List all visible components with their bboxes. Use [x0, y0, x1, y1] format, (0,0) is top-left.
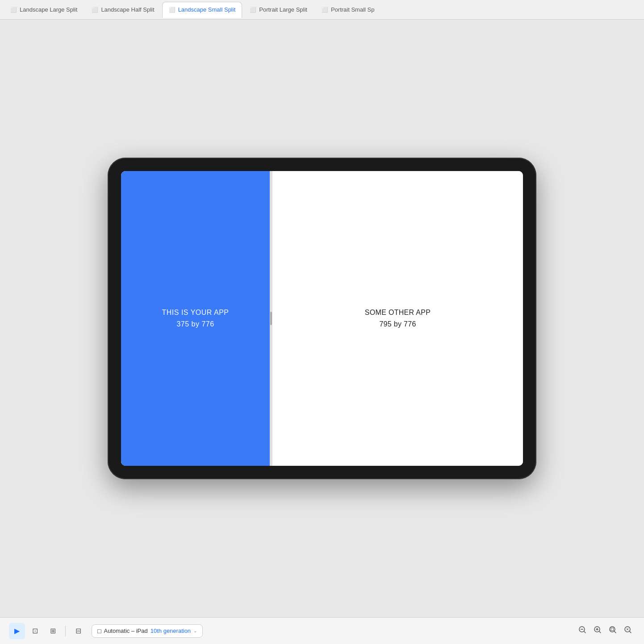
tab-icon-landscape-half-split: ⬜ — [92, 7, 98, 13]
other-app-line1: SOME OTHER APP — [365, 307, 431, 318]
zoom-out-icon — [578, 626, 586, 636]
zoom-controls — [575, 624, 635, 638]
zoom-actual-button[interactable] — [621, 624, 635, 638]
tab-label-landscape-large-split: Landscape Large Split — [20, 6, 77, 13]
tab-portrait-large-split[interactable]: ⬜ Portrait Large Split — [243, 2, 314, 18]
main-content: THIS IS YOUR APP 375 by 776 SOME OTHER A… — [0, 20, 644, 617]
svg-line-2 — [584, 631, 585, 633]
play-button[interactable]: ▶ — [9, 623, 25, 639]
zoom-out-button[interactable] — [575, 624, 590, 638]
device-icon: □ — [97, 627, 101, 635]
inspect-icon: ⊡ — [32, 627, 38, 635]
tab-icon-landscape-small-split: ⬜ — [169, 7, 176, 13]
device-name: Automatic – iPad — [104, 627, 147, 634]
tab-landscape-large-split[interactable]: ⬜ Landscape Large Split — [4, 2, 84, 18]
tab-icon-portrait-large-split: ⬜ — [250, 7, 256, 13]
zoom-in-icon — [594, 626, 602, 636]
tab-label-landscape-small-split: Landscape Small Split — [178, 6, 236, 13]
bottom-toolbar: ▶ ⊡ ⊞ ⊟ □ Automatic – iPad 10th generati… — [0, 617, 644, 644]
tab-label-portrait-small-split: Portrait Small Sp — [331, 6, 375, 13]
ipad-screen: THIS IS YOUR APP 375 by 776 SOME OTHER A… — [121, 171, 523, 466]
svg-line-8 — [615, 631, 616, 633]
svg-line-6 — [599, 631, 601, 633]
your-app-label: THIS IS YOUR APP 375 by 776 — [162, 307, 229, 330]
zoom-fit-button[interactable] — [606, 624, 620, 638]
tab-landscape-small-split[interactable]: ⬜ Landscape Small Split — [162, 2, 243, 18]
svg-rect-9 — [611, 628, 614, 631]
svg-point-7 — [610, 627, 615, 632]
svg-line-11 — [630, 631, 631, 633]
your-app-line1: THIS IS YOUR APP — [162, 307, 229, 318]
zoom-actual-icon — [624, 626, 632, 636]
tab-portrait-small-split[interactable]: ⬜ Portrait Small Sp — [315, 2, 381, 18]
tab-icon-landscape-large-split: ⬜ — [10, 7, 17, 13]
component-button[interactable]: ⊟ — [70, 623, 86, 639]
other-app-line2: 795 by 776 — [365, 318, 431, 330]
grid-button[interactable]: ⊞ — [45, 623, 61, 639]
ipad-device: THIS IS YOUR APP 375 by 776 SOME OTHER A… — [108, 158, 536, 479]
other-app-label: SOME OTHER APP 795 by 776 — [365, 307, 431, 330]
zoom-fit-icon — [609, 626, 617, 636]
grid-icon: ⊞ — [50, 627, 56, 635]
your-app-panel: THIS IS YOUR APP 375 by 776 — [121, 171, 270, 466]
device-selector[interactable]: □ Automatic – iPad 10th generation ⌄ — [92, 624, 203, 638]
tab-label-portrait-large-split: Portrait Large Split — [259, 6, 307, 13]
tab-label-landscape-half-split: Landscape Half Split — [101, 6, 154, 13]
tab-icon-portrait-small-split: ⬜ — [322, 7, 328, 13]
toolbar-separator-1 — [65, 626, 66, 636]
chevron-down-icon: ⌄ — [193, 628, 197, 633]
tab-landscape-half-split[interactable]: ⬜ Landscape Half Split — [85, 2, 161, 18]
play-icon: ▶ — [14, 627, 20, 635]
your-app-line2: 375 by 776 — [162, 318, 229, 330]
zoom-in-button[interactable] — [590, 624, 605, 638]
divider-handle — [270, 312, 272, 325]
tab-bar: ⬜ Landscape Large Split ⬜ Landscape Half… — [0, 0, 644, 20]
component-icon: ⊟ — [75, 627, 81, 635]
device-generation: 10th generation — [151, 627, 191, 634]
split-divider[interactable] — [270, 171, 272, 466]
other-app-panel: SOME OTHER APP 795 by 776 — [272, 171, 523, 466]
inspect-button[interactable]: ⊡ — [27, 623, 43, 639]
